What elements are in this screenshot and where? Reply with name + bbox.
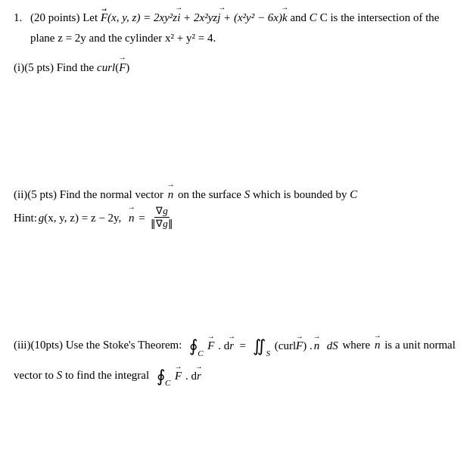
part-ii: (ii)(5 pts) Find the normal vector n→ on… [14, 185, 462, 231]
points-label: (20 points) [30, 11, 79, 23]
part-iii-text: (iii)(10pts) Use the Stoke's Theorem: ∮C… [14, 332, 462, 360]
part-ii-line: (ii)(5 pts) Find the normal vector n→ on… [14, 185, 462, 203]
where-text: where [342, 339, 372, 351]
part-ii-text: Find the normal vector n→ on the surface… [60, 188, 358, 200]
part-iii: (iii)(10pts) Use the Stoke's Theorem: ∮C… [14, 332, 462, 390]
vector-to-s: vector to S to find the integral [14, 369, 149, 381]
part-i-text: Find the curl(F→) [57, 61, 130, 73]
part-i-workspace [14, 76, 462, 175]
C-desc: C is the intersection of the [320, 11, 440, 23]
problem-number: 1. [14, 9, 27, 26]
plane-desc: plane z = 2y and the cylinder x² + y² = … [30, 32, 216, 44]
problem-text: (20 points) Let F→(x, y, z) = 2xy²zi→ + … [30, 9, 462, 26]
hint-g: g(x, y, z) = z − 2y, [39, 206, 127, 229]
nabla-g-numerator: ∇g [154, 205, 170, 218]
n-eq: n→ [129, 206, 135, 229]
problem-container: 1. (20 points) Let F→(x, y, z) = 2xy²zi→… [14, 9, 462, 390]
hint-line: Hint: g(x, y, z) = z − 2y, n→ = ∇g ‖∇g‖ [14, 205, 462, 231]
part-ii-workspace [14, 231, 462, 321]
nabla-g-denominator: ‖∇g‖ [149, 218, 175, 231]
part-ii-label: (ii)(5 pts) [14, 188, 57, 200]
part-i-line: (i)(5 pts) Find the curl(F→) [14, 58, 462, 76]
contour-integral-2: ∮C [157, 362, 170, 390]
part-iii-integral-line: vector to S to find the integral ∮C F→ .… [14, 362, 462, 390]
nabla-fraction: ∇g ‖∇g‖ [149, 205, 175, 231]
stokes-formula: ∮C F→ . dr→ = ∬S (curlF→) .n→ dS where [189, 339, 456, 351]
problem-header: 1. (20 points) Let F→(x, y, z) = 2xy²zi→… [14, 9, 462, 26]
part-iii-use: Use the Stoke's Theorem: [66, 339, 182, 351]
part-i-label: (i)(5 pts) [14, 61, 54, 73]
part-iii-label: (iii)(10pts) [14, 339, 63, 351]
and-word: and [290, 11, 306, 23]
part-i: (i)(5 pts) Find the curl(F→) [14, 58, 462, 76]
let-text: Let [82, 11, 101, 23]
F-definition: F→(x, y, z) = 2xy²zi→ + 2x²yzj→ + (x²y² … [101, 11, 440, 23]
F-arrow: F→ [101, 9, 107, 26]
hint-label: Hint: [14, 206, 37, 229]
plane-cylinder-line: plane z = 2y and the cylinder x² + y² = … [30, 29, 462, 47]
n-equals: = [135, 206, 148, 229]
is-unit-normal: is a unit normal [384, 339, 456, 351]
double-integral: ∬S [253, 332, 270, 360]
contour-integral: ∮C [189, 332, 203, 360]
